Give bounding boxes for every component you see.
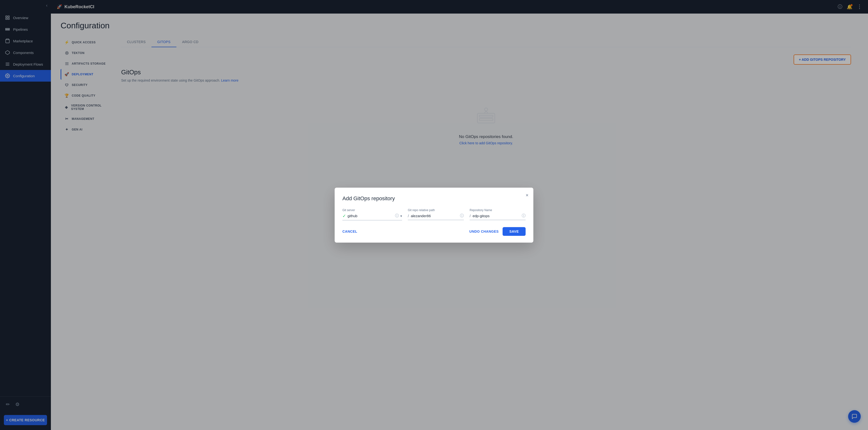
git-repo-path-info-icon[interactable]: ⓘ (460, 213, 464, 219)
modal-overlay: Add GitOps repository × Git server ✓ ⓘ ▾… (0, 0, 868, 430)
cancel-button[interactable]: CANCEL (342, 228, 357, 235)
git-server-info-icon[interactable]: ⓘ (395, 213, 399, 219)
git-repo-path-label: Git repo relative path (408, 208, 464, 212)
save-button[interactable]: SAVE (503, 227, 526, 236)
repo-name-prefix: / (470, 214, 471, 218)
modal-title: Add GitOps repository (342, 195, 526, 202)
git-repo-path-prefix: / (408, 214, 409, 218)
git-server-field-group: Git server ✓ ⓘ ▾ (342, 208, 402, 220)
git-repo-path-input-wrap: / ⓘ (408, 213, 464, 220)
undo-changes-button[interactable]: UNDO CHANGES (469, 228, 499, 235)
repo-name-field-group: Repository Name / ⓘ (470, 208, 526, 220)
add-gitops-modal: Add GitOps repository × Git server ✓ ⓘ ▾… (335, 188, 533, 242)
modal-close-button[interactable]: × (526, 193, 528, 198)
git-server-input[interactable] (347, 214, 394, 218)
git-repo-path-field-group: Git repo relative path / ⓘ (408, 208, 464, 220)
modal-actions: CANCEL UNDO CHANGES SAVE (342, 227, 526, 236)
git-server-label: Git server (342, 208, 402, 212)
repo-name-info-icon[interactable]: ⓘ (522, 213, 526, 219)
modal-fields: Git server ✓ ⓘ ▾ Git repo relative path … (342, 208, 526, 220)
git-server-check-icon: ✓ (342, 213, 346, 219)
repo-name-input[interactable] (472, 214, 520, 218)
repo-name-label: Repository Name (470, 208, 526, 212)
git-server-dropdown-icon[interactable]: ▾ (400, 214, 402, 218)
repo-name-input-wrap: / ⓘ (470, 213, 526, 220)
git-server-input-wrap: ✓ ⓘ ▾ (342, 213, 402, 220)
git-repo-path-input[interactable] (411, 214, 459, 218)
modal-actions-right: UNDO CHANGES SAVE (469, 227, 526, 236)
